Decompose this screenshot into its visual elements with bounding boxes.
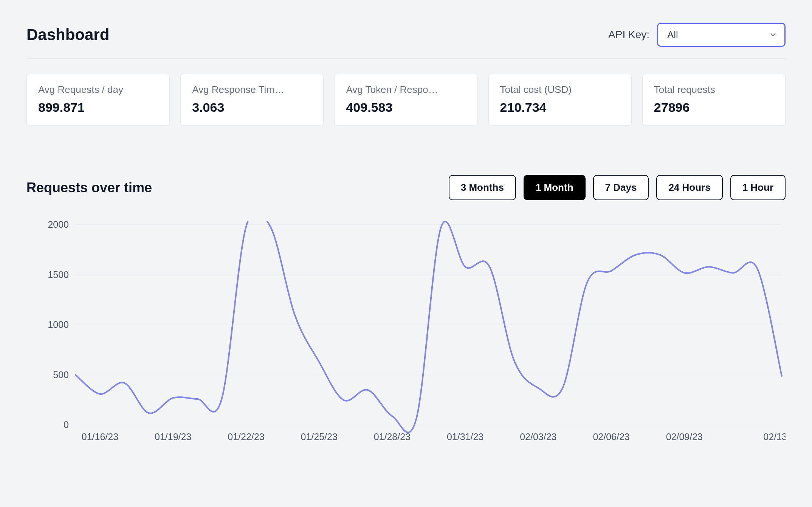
svg-text:2000: 2000 [48, 221, 69, 230]
stat-value: 899.871 [38, 100, 158, 115]
svg-text:01/16/23: 01/16/23 [82, 431, 118, 442]
stat-card-avg-response-time: Avg Response Tim… 3.063 [180, 74, 324, 126]
stat-label: Total requests [654, 84, 774, 96]
svg-text:01/28/23: 01/28/23 [374, 431, 411, 442]
api-key-filter: API Key: All [608, 23, 786, 47]
stat-value: 210.734 [500, 100, 620, 115]
requests-chart: 050010001500200001/16/2301/19/2301/22/23… [26, 221, 786, 444]
svg-text:02/06/23: 02/06/23 [593, 431, 629, 442]
range-24-hours-button[interactable]: 24 Hours [656, 175, 722, 200]
time-range-buttons: 3 Months 1 Month 7 Days 24 Hours 1 Hour [449, 175, 786, 200]
range-1-month-button[interactable]: 1 Month [524, 175, 586, 200]
stat-card-total-requests: Total requests 27896 [642, 74, 786, 126]
svg-text:01/25/23: 01/25/23 [301, 431, 337, 442]
svg-text:02/09/23: 02/09/23 [666, 431, 703, 442]
stat-card-avg-token: Avg Token / Respo… 409.583 [334, 74, 477, 126]
svg-text:02/03/23: 02/03/23 [520, 431, 556, 442]
stats-row: Avg Requests / day 899.871 Avg Response … [26, 74, 786, 126]
stat-value: 409.583 [346, 100, 466, 115]
svg-text:01/31/23: 01/31/23 [447, 431, 483, 442]
api-key-label: API Key: [608, 29, 649, 41]
stat-label: Total cost (USD) [500, 84, 620, 96]
stat-value: 27896 [654, 100, 774, 115]
stat-label: Avg Response Tim… [192, 84, 312, 96]
svg-text:02/13/23: 02/13/23 [763, 431, 786, 442]
range-3-months-button[interactable]: 3 Months [449, 175, 516, 200]
api-key-select[interactable]: All [657, 23, 786, 47]
range-7-days-button[interactable]: 7 Days [593, 175, 649, 200]
stat-card-avg-requests: Avg Requests / day 899.871 [26, 74, 170, 126]
svg-text:0: 0 [64, 419, 69, 430]
svg-text:500: 500 [53, 369, 69, 380]
stat-label: Avg Token / Respo… [346, 84, 466, 96]
chart-title: Requests over time [26, 180, 152, 196]
stat-card-total-cost: Total cost (USD) 210.734 [488, 74, 632, 126]
svg-text:1500: 1500 [48, 269, 69, 280]
range-1-hour-button[interactable]: 1 Hour [730, 175, 786, 200]
page-title: Dashboard [26, 26, 109, 44]
svg-text:1000: 1000 [48, 319, 69, 330]
svg-text:01/19/23: 01/19/23 [155, 431, 191, 442]
stat-label: Avg Requests / day [38, 84, 158, 96]
svg-text:01/22/23: 01/22/23 [228, 431, 264, 442]
stat-value: 3.063 [192, 100, 312, 115]
